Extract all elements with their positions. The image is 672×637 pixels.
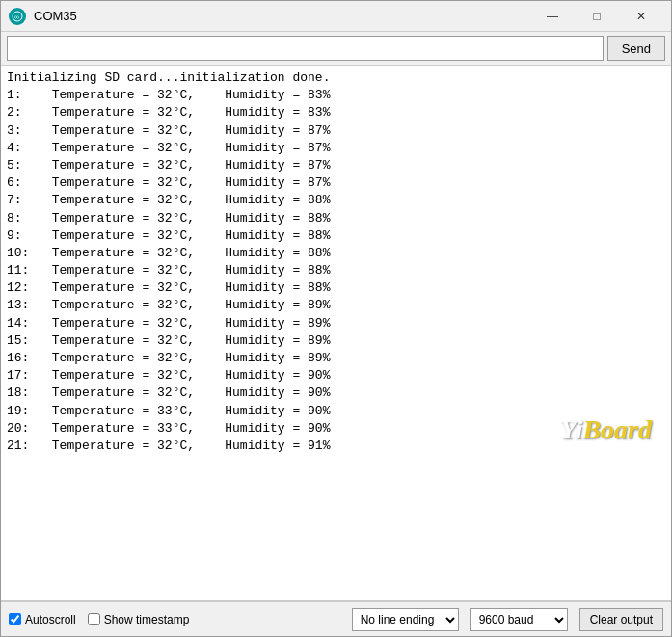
- serial-line: 3: Temperature = 32°C, Humidity = 87%: [7, 122, 665, 140]
- serial-input[interactable]: [7, 36, 604, 61]
- input-bar: Send: [1, 32, 671, 66]
- serial-line: 8: Temperature = 32°C, Humidity = 88%: [7, 210, 665, 227]
- serial-line: Initializing SD card...initialization do…: [7, 69, 665, 87]
- serial-line: 2: Temperature = 32°C, Humidity = 83%: [7, 104, 665, 121]
- serial-line: 21: Temperature = 32°C, Humidity = 91%: [7, 438, 665, 455]
- app-icon: ∞: [9, 8, 26, 25]
- serial-line: 1: Temperature = 32°C, Humidity = 83%: [7, 87, 665, 104]
- svg-text:∞: ∞: [14, 13, 19, 20]
- minimize-button[interactable]: —: [530, 2, 575, 31]
- maximize-button[interactable]: □: [575, 2, 619, 31]
- serial-line: 7: Temperature = 32°C, Humidity = 88%: [7, 192, 665, 209]
- autoscroll-checkbox-label[interactable]: Autoscroll: [9, 613, 76, 626]
- autoscroll-label: Autoscroll: [25, 613, 76, 626]
- timestamp-checkbox-label[interactable]: Show timestamp: [88, 613, 190, 626]
- serial-line: 15: Temperature = 32°C, Humidity = 89%: [7, 332, 665, 350]
- serial-line: 19: Temperature = 33°C, Humidity = 90%: [7, 403, 665, 420]
- serial-output[interactable]: Initializing SD card...initialization do…: [1, 66, 671, 601]
- serial-line: 9: Temperature = 32°C, Humidity = 88%: [7, 227, 665, 245]
- title-bar: ∞ COM35 — □ ✕: [1, 1, 671, 32]
- serial-line: 20: Temperature = 33°C, Humidity = 90%: [7, 420, 665, 438]
- close-button[interactable]: ✕: [619, 2, 663, 31]
- serial-line: 18: Temperature = 32°C, Humidity = 90%: [7, 385, 665, 402]
- window-title: COM35: [34, 9, 530, 23]
- serial-line: 12: Temperature = 32°C, Humidity = 88%: [7, 279, 665, 297]
- timestamp-checkbox[interactable]: [88, 613, 100, 625]
- serial-line: 14: Temperature = 32°C, Humidity = 89%: [7, 315, 665, 332]
- serial-line: 11: Temperature = 32°C, Humidity = 88%: [7, 262, 665, 279]
- send-button[interactable]: Send: [607, 36, 665, 61]
- serial-line: 10: Temperature = 32°C, Humidity = 88%: [7, 245, 665, 262]
- serial-line: 6: Temperature = 32°C, Humidity = 87%: [7, 174, 665, 192]
- timestamp-label: Show timestamp: [104, 613, 190, 626]
- baud-rate-select[interactable]: 300 baud1200 baud2400 baud4800 baud9600 …: [470, 608, 568, 631]
- status-bar: Autoscroll Show timestamp No line ending…: [1, 601, 671, 636]
- main-window: ∞ COM35 — □ ✕ Send Initializing SD card.…: [0, 0, 672, 637]
- serial-line: 16: Temperature = 32°C, Humidity = 89%: [7, 350, 665, 367]
- serial-line: 5: Temperature = 32°C, Humidity = 87%: [7, 157, 665, 174]
- autoscroll-checkbox[interactable]: [9, 613, 21, 625]
- serial-line: 4: Temperature = 32°C, Humidity = 87%: [7, 140, 665, 157]
- line-ending-select[interactable]: No line endingNewlineCarriage returnBoth…: [352, 608, 459, 631]
- serial-line: 17: Temperature = 32°C, Humidity = 90%: [7, 367, 665, 385]
- window-controls: — □ ✕: [530, 2, 663, 31]
- serial-line: 13: Temperature = 32°C, Humidity = 89%: [7, 297, 665, 314]
- clear-output-button[interactable]: Clear output: [579, 608, 663, 631]
